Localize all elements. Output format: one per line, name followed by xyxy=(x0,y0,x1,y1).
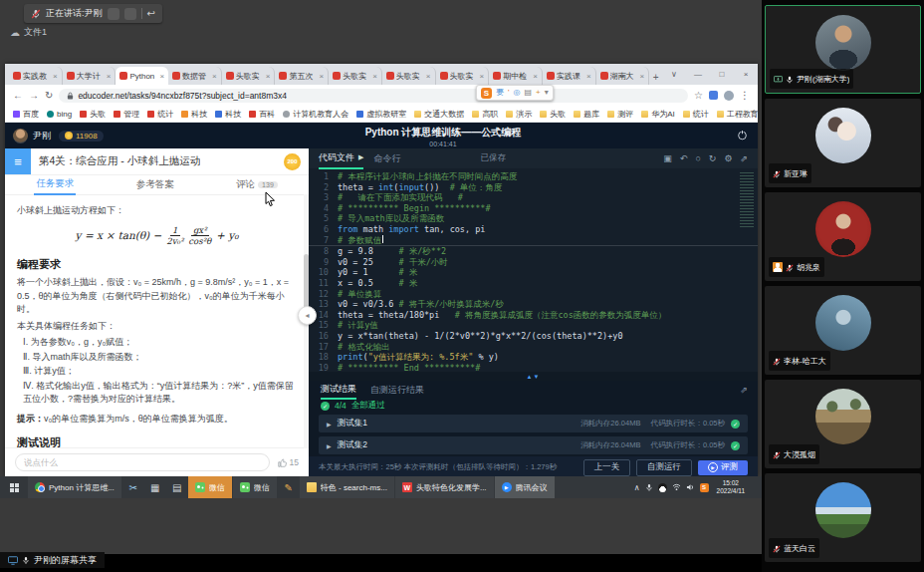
start-button[interactable] xyxy=(0,476,28,498)
taskbar-task-folder[interactable]: 特色 - search-ms... xyxy=(300,476,394,498)
code-line[interactable]: 7# 参数赋值 xyxy=(309,235,758,247)
prev-level-button[interactable]: 上一关 xyxy=(583,459,631,476)
tray-network-icon[interactable] xyxy=(672,483,681,491)
expand-row-icon[interactable]: ▶ xyxy=(327,421,332,428)
taskbar-task-meeting[interactable]: ▶腾讯会议 xyxy=(495,476,555,498)
bookmark-item[interactable]: 测评 xyxy=(607,109,633,120)
tab-close-icon[interactable]: × xyxy=(533,72,538,81)
bookmark-item[interactable]: 题库 xyxy=(574,109,599,120)
tab-close-icon[interactable]: × xyxy=(319,72,324,81)
tab-close-icon[interactable]: × xyxy=(426,72,431,81)
bookmark-item[interactable]: 科技 xyxy=(181,109,207,120)
user-avatar[interactable] xyxy=(13,129,28,143)
task-tab-参考答案[interactable]: 参考答案 xyxy=(134,175,176,194)
code-line[interactable]: 14theta = theta/180*pi # 将角度换算成弧度（注意cos函… xyxy=(309,310,758,321)
code-line[interactable]: 13v0 = v0/3.6 # 将千米/小时换算成米/秒 xyxy=(309,299,758,310)
tab-close-icon[interactable]: × xyxy=(480,72,485,81)
panel-collapse-handle[interactable]: ◂ xyxy=(298,306,317,325)
settings-gear-icon[interactable]: ⚙ xyxy=(724,153,732,163)
tray-mic-icon[interactable] xyxy=(645,483,653,492)
run-file-icon[interactable]: ▶ xyxy=(358,153,363,161)
code-line[interactable]: 4# ********** Begin **********# xyxy=(309,203,758,214)
tray-expand-icon[interactable]: ∧ xyxy=(634,483,640,492)
bookmark-item[interactable]: 华为AI xyxy=(641,109,675,120)
participant-tile[interactable]: 胡兆泉 xyxy=(765,192,921,281)
tab-selftest-results[interactable]: 自测运行结果 xyxy=(370,384,424,397)
browser-tab[interactable]: 期中检× xyxy=(489,67,543,85)
reset-icon[interactable]: ○ xyxy=(695,153,700,163)
ime-tool-icon[interactable]: ◎ xyxy=(514,89,521,97)
exit-power-icon[interactable] xyxy=(737,130,748,141)
tab-close-icon[interactable]: × xyxy=(212,72,217,81)
code-line[interactable]: 15# 计算y值 xyxy=(309,320,758,331)
tab-code-file[interactable]: 代码文件 ▶ xyxy=(319,147,363,169)
file-tree-icon[interactable]: ▣ xyxy=(663,153,672,163)
taskbar-task-wechat[interactable]: 微信 xyxy=(233,476,277,498)
tab-close-icon[interactable]: × xyxy=(159,72,164,81)
code-line[interactable]: 17# 格式化输出 xyxy=(309,342,758,353)
undo-icon[interactable]: ↶ xyxy=(680,153,688,163)
history-icon[interactable]: ↻ xyxy=(709,153,717,163)
bookmark-item[interactable]: 演示 xyxy=(506,109,532,120)
tab-command-line[interactable]: 命令行 xyxy=(373,152,400,165)
maximize-icon[interactable]: □ xyxy=(710,64,734,85)
bookmark-item[interactable]: 虚拟教研室 xyxy=(356,109,406,120)
panel-splitter[interactable]: ▲▼ xyxy=(309,372,758,381)
bookmark-item[interactable]: 管理 xyxy=(114,109,139,120)
participant-tile[interactable]: 尹刚(湖南大学) xyxy=(765,5,921,94)
browser-tab[interactable]: 头歌实× xyxy=(329,67,382,85)
note-taskbar-icon[interactable]: ▤ xyxy=(166,476,188,498)
browser-tab[interactable]: 数据管× xyxy=(168,67,222,85)
bookmark-item[interactable]: 工程教育专业认证 xyxy=(717,109,758,120)
browser-tab[interactable]: 头歌实× xyxy=(222,67,276,85)
browser-tab[interactable]: 头歌实× xyxy=(382,67,436,85)
bookmark-item[interactable]: bing xyxy=(47,110,72,119)
participant-tile[interactable]: 李林-哈工大 xyxy=(765,286,921,375)
tab-search-icon[interactable]: ∨ xyxy=(662,64,686,85)
browser-tab[interactable]: 湖南大× xyxy=(596,67,650,85)
bookmark-item[interactable]: 百科 xyxy=(249,109,275,120)
expand-row-icon[interactable]: ▶ xyxy=(327,442,332,449)
code-line[interactable]: 6from math import tan, cos, pi xyxy=(309,224,758,235)
expand-results-icon[interactable]: ⇗ xyxy=(740,385,748,395)
code-line[interactable]: 11x = 0.5 # 米 xyxy=(309,278,758,289)
tab-close-icon[interactable]: × xyxy=(107,72,112,81)
code-line[interactable]: 9v0 = 25 # 千米/小时 xyxy=(309,257,758,268)
tab-close-icon[interactable]: × xyxy=(640,72,645,81)
sogou-logo-icon[interactable]: S xyxy=(481,88,492,99)
participant-tile[interactable]: 蓝天白云 xyxy=(765,473,921,562)
bookmark-item[interactable]: 交通大数据 xyxy=(414,109,464,120)
code-line[interactable]: 16y = x*tan(theta) - 1/(2*v0**2)*g*x**2/… xyxy=(309,331,758,342)
bookmark-item[interactable]: 计算机教育人会 xyxy=(283,109,348,120)
hamburger-menu-icon[interactable]: ≡ xyxy=(5,148,31,174)
comment-input[interactable] xyxy=(15,453,270,471)
tray-qq-icon[interactable] xyxy=(658,483,667,492)
tray-sogou-icon[interactable]: S xyxy=(700,483,709,492)
ime-tool-icon[interactable]: ▾ xyxy=(545,89,549,97)
address-bar[interactable]: educoder.net/tasks/94ncxbzf875t?subject_… xyxy=(59,89,688,103)
pen-taskbar-icon[interactable]: ✎ xyxy=(278,476,300,498)
ime-tool-icon[interactable]: ' xyxy=(508,89,510,97)
evaluate-button[interactable]: ▶ 评测 xyxy=(698,460,748,475)
tab-close-icon[interactable]: × xyxy=(586,72,591,81)
browser-tab[interactable]: 大学计× xyxy=(63,67,116,85)
close-icon[interactable]: × xyxy=(734,64,758,85)
code-editor[interactable]: 1# 本程序计算小球向上斜抛在不同时间点的高度2theta = int(inpu… xyxy=(309,168,758,372)
code-line[interactable]: 2theta = int(input()) # 单位：角度 xyxy=(309,182,758,193)
collapse-banner-icon[interactable]: ↩ xyxy=(147,8,155,19)
reload-icon[interactable]: ↻ xyxy=(45,90,53,101)
tray-volume-icon[interactable] xyxy=(686,483,695,491)
code-line[interactable]: 8g = 9.8 # 米/秒**2 xyxy=(309,246,758,257)
code-line[interactable]: 12# 单位换算 xyxy=(309,289,758,300)
browser-tab[interactable]: 第五次× xyxy=(275,67,329,85)
bookmark-item[interactable]: 统计 xyxy=(683,109,709,120)
minimize-icon[interactable]: — xyxy=(686,64,710,85)
splitter-arrows-icon[interactable]: ▲▼ xyxy=(527,374,541,380)
extension-icon[interactable] xyxy=(709,91,718,100)
bookmark-item[interactable]: 统计 xyxy=(147,109,173,120)
bookmark-star-icon[interactable]: ☆ xyxy=(694,90,703,101)
bookmark-item[interactable]: 头歌 xyxy=(540,109,566,120)
bookmark-item[interactable]: 高职 xyxy=(472,109,498,120)
url-text[interactable]: educoder.net/tasks/94ncxbzf875t?subject_… xyxy=(78,91,287,101)
browser-tab[interactable]: Python× xyxy=(116,67,168,85)
